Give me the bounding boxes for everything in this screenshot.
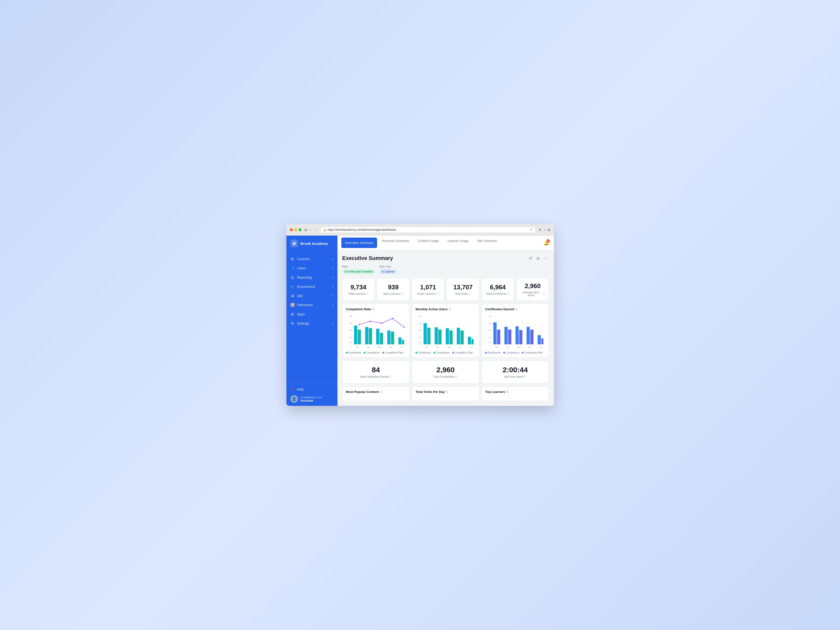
total-certificates-card: 84 Total Certificates Earned ⓘ — [342, 361, 410, 384]
total-enrollments-label: Total Enrollments ⓘ — [486, 292, 510, 295]
date-filter-badge[interactable]: is in the last 6 months — [342, 269, 376, 274]
total-visits-per-day-card: Total Visits Per Day ⓘ — [412, 386, 479, 401]
more-options-button[interactable]: ⋯ — [543, 255, 549, 262]
chart-legend: Enrollments Completions Completion Rate — [346, 351, 406, 354]
svg-point-25 — [403, 326, 405, 328]
svg-text:Mar: Mar — [495, 346, 498, 349]
card-title: Most Popular Content ⓘ — [346, 390, 406, 394]
sidebar-item-ecommerce[interactable]: 🛒 Ecommerce ▾ — [286, 282, 338, 291]
info-icon: ⓘ — [437, 292, 439, 295]
svg-text:Jul: Jul — [540, 346, 542, 349]
sidebar-item-users[interactable]: 👥 Users ▾ — [286, 264, 338, 273]
svg-rect-71 — [508, 330, 511, 344]
address-bar[interactable]: 🔒 https://bronkacademy.com/learn/manager… — [320, 227, 535, 233]
svg-point-23 — [381, 322, 382, 324]
site-icon: 🖥 — [290, 294, 295, 298]
sidebar-item-apps[interactable]: ⊞ Apps — [286, 309, 338, 319]
svg-text:500: 500 — [488, 315, 492, 317]
popular-cards: Most Popular Content ⓘ Total Visits Per … — [342, 386, 549, 401]
help-item[interactable]: ❓ Help — [290, 385, 333, 393]
most-popular-content-card: Most Popular Content ⓘ — [342, 386, 410, 401]
page-title: Executive Summary — [342, 255, 393, 261]
close-button[interactable] — [290, 228, 293, 231]
chart-title: Monthly Active Users ⓘ — [415, 307, 475, 311]
svg-rect-15 — [376, 329, 379, 344]
sidebar-item-panorama[interactable]: 🪟 Panorama ▾ — [286, 300, 338, 309]
back-button[interactable]: ‹ — [309, 227, 313, 232]
sidebar: ⊞ Bronk Academy ⊞ Courses ▾ 👥 Users ▾ — [286, 235, 338, 406]
sidebar-item-label: Settings — [297, 321, 309, 325]
chevron-down-icon: ▾ — [332, 258, 333, 261]
sidebar-item-label: Apps — [297, 312, 305, 316]
chevron-down-icon: ▾ — [332, 294, 333, 297]
svg-rect-68 — [493, 322, 496, 344]
stat-cards: 9,734 Total Learners ⓘ 939 New Learners … — [342, 278, 549, 301]
certificates-earned-chart: Certificates Earned ⓘ 500 400 300 200 10… — [482, 304, 549, 358]
tab-executive-summary[interactable]: Executive Summary — [341, 238, 377, 248]
chevron-down-icon: ▾ — [332, 322, 333, 325]
active-learners-label: Active Learners ⓘ — [417, 292, 439, 295]
tab-revenue-summary[interactable]: Revenue Summary — [378, 235, 413, 250]
forward-button[interactable]: › — [314, 227, 317, 232]
sidebar-item-site[interactable]: 🖥 Site ▾ — [286, 291, 338, 300]
tab-learner-usage[interactable]: Learner Usage — [444, 235, 472, 250]
tab-content-usage[interactable]: Content Usage — [414, 235, 443, 250]
account-label: Account — [300, 399, 322, 403]
sidebar-item-label: Reporting — [297, 275, 312, 279]
chevron-down-icon: ▾ — [332, 304, 333, 306]
svg-rect-73 — [519, 330, 522, 344]
role-filter-badge[interactable]: is Learner — [379, 269, 397, 274]
info-icon: ⓘ — [507, 292, 510, 295]
traffic-lights — [290, 228, 302, 231]
info-icon: ⓘ — [448, 308, 451, 311]
url-text: https://bronkacademy.com/learn/manager/d… — [328, 228, 396, 232]
top-learners-card: Top Learners ⓘ — [482, 386, 549, 401]
svg-rect-77 — [541, 338, 543, 344]
svg-rect-49 — [461, 330, 464, 344]
svg-rect-47 — [450, 330, 453, 344]
notification-badge: 3 — [546, 239, 550, 243]
svg-text:Jul: Jul — [400, 346, 403, 349]
new-learners-label: New Learners ⓘ — [384, 292, 403, 295]
sidebar-item-label: Courses — [297, 257, 310, 261]
total-certificates-value: 84 — [372, 366, 380, 374]
svg-text:200: 200 — [488, 336, 492, 338]
account-item[interactable]: 👤 email@bronk.com Account — [290, 395, 333, 403]
refresh-button[interactable]: ↺ — [528, 255, 533, 262]
new-tab-button[interactable]: + — [543, 228, 545, 232]
tab-site-overview[interactable]: Site Overview — [474, 235, 501, 250]
maximize-button[interactable] — [298, 228, 302, 231]
info-icon: ⓘ — [469, 292, 471, 295]
sidebar-item-courses[interactable]: ⊞ Courses ▾ — [286, 254, 338, 264]
share-button[interactable]: ⬆ — [538, 228, 542, 232]
svg-text:Jun: Jun — [528, 346, 531, 349]
filter-button[interactable]: ⚖ — [535, 255, 541, 262]
brand[interactable]: ⊞ Bronk Academy — [286, 235, 338, 251]
info-icon: ⓘ — [515, 308, 517, 311]
tab-grid-button[interactable]: ⊞ — [548, 228, 550, 232]
stat-card-total-learners: 9,734 Total Learners ⓘ — [342, 278, 375, 301]
account-info: email@bronk.com Account — [300, 396, 322, 403]
sidebar-item-reporting[interactable]: ◎ Reporting ▾ — [286, 273, 338, 282]
info-icon: ⓘ — [366, 292, 369, 295]
bottom-stat-cards: 84 Total Certificates Earned ⓘ 2,960 Tot… — [342, 361, 549, 384]
svg-rect-16 — [380, 333, 383, 344]
sidebar-item-settings[interactable]: ⚙ Settings ▾ — [286, 319, 338, 328]
info-icon: ⓘ — [372, 308, 374, 311]
svg-text:500: 500 — [349, 315, 352, 317]
minimize-button[interactable] — [294, 228, 297, 231]
reload-icon[interactable]: ↺ — [529, 228, 532, 232]
svg-text:Mar: Mar — [355, 346, 359, 349]
avg-quiz-score-label: Average Quiz Score ⓘ — [520, 291, 545, 297]
svg-text:Jun: Jun — [389, 346, 392, 349]
sidebar-toggle-button[interactable]: ⊞ — [305, 227, 307, 232]
settings-icon: ⚙ — [290, 321, 295, 325]
chart-area: 500 400 300 200 100 0 — [415, 313, 475, 350]
notification-button[interactable]: 🔔 3 — [543, 239, 550, 246]
svg-text:Mar: Mar — [425, 346, 429, 349]
svg-text:500: 500 — [418, 315, 422, 317]
total-certificates-label: Total Certificates Earned ⓘ — [360, 375, 392, 378]
svg-rect-69 — [497, 330, 500, 344]
svg-rect-45 — [438, 330, 442, 344]
svg-rect-51 — [472, 339, 474, 344]
